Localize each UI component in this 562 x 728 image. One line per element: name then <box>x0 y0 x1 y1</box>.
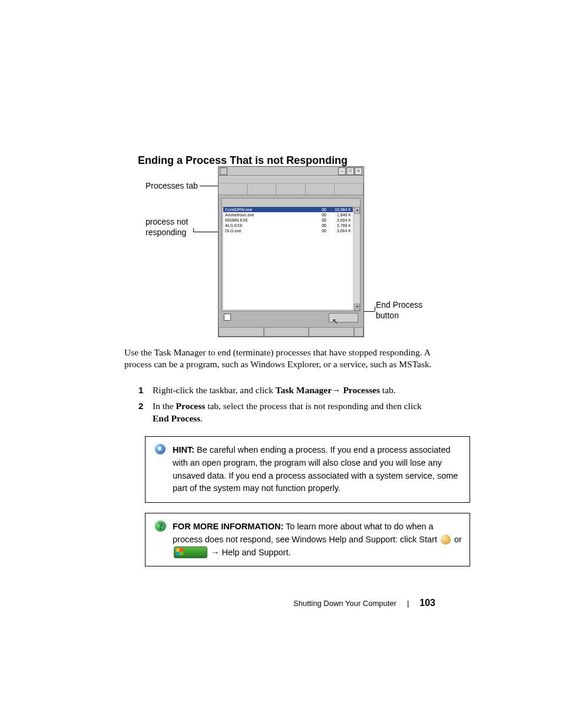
more-info-box: ? FOR MORE INFORMATION: To learn more ab… <box>145 513 470 566</box>
callout-line <box>193 228 194 232</box>
process-row[interactable]: Adobelnsvc.exe001,840 K <box>223 212 353 218</box>
text-bold: End Process <box>153 413 200 423</box>
text: tab, select the process that is not resp… <box>205 401 422 411</box>
hint-text: Be careful when ending a process. If you… <box>173 445 458 493</box>
bottom-bar <box>222 311 361 324</box>
page-footer: Shutting Down Your Computer | 103 <box>293 598 435 608</box>
column-headers <box>222 199 360 207</box>
maximize-icon[interactable]: □ <box>346 167 354 175</box>
separator: | <box>407 599 409 608</box>
arrow-icon: → <box>209 548 222 557</box>
end-process-button[interactable] <box>329 313 358 322</box>
scroll-up-icon[interactable]: ▴ <box>354 207 360 214</box>
scroll-down-icon[interactable]: ▾ <box>354 304 360 311</box>
text: In the <box>153 401 176 411</box>
process-panel: CorelDRW.exe0010,984 KAdobelnsvc.exe001,… <box>222 198 361 311</box>
app-icon <box>220 167 227 175</box>
tab[interactable] <box>219 184 247 195</box>
text: Right-click the taskbar, and click <box>153 385 276 395</box>
hint-box: HINT: Be careful when ending a process. … <box>145 436 470 503</box>
text-bold: Task Manager <box>276 385 332 395</box>
info-label: FOR MORE INFORMATION: <box>173 522 283 531</box>
start-button-icon <box>174 546 207 558</box>
callout-end-process-button: End Process button <box>376 299 422 321</box>
callout-process-not-responding: process not responding <box>146 216 188 238</box>
text: . <box>200 413 203 423</box>
status-bar <box>219 327 363 337</box>
arrow-icon: → <box>332 385 343 395</box>
text-bold: Processes <box>343 385 380 395</box>
text-bold: Process <box>176 401 206 411</box>
body-paragraph: Use the Task Manager to end (terminate) … <box>124 347 435 370</box>
process-row[interactable]: ALG.EXE003,708 K <box>223 223 353 228</box>
step-2: 2 In the Process tab, select the process… <box>138 400 435 425</box>
page-number: 103 <box>419 598 435 608</box>
tab-strip <box>219 184 363 195</box>
tab[interactable] <box>276 184 305 195</box>
window-controls: – □ × <box>338 167 362 175</box>
hint-label: HINT: <box>173 445 194 454</box>
menu-bar <box>219 176 363 183</box>
task-manager-window: – □ × CorelDRW.exe0010,984 KAdobelnsvc.e… <box>218 166 364 337</box>
process-row[interactable]: DLG.exe003,664 K <box>223 228 353 233</box>
step-number: 2 <box>138 400 153 425</box>
scrollbar[interactable]: ▴ ▾ <box>354 207 360 311</box>
page: Ending a Process That is not Responding … <box>0 0 562 728</box>
step-number: 1 <box>138 384 153 397</box>
step-list: 1 Right-click the taskbar, and click Tas… <box>138 384 435 429</box>
tab[interactable] <box>335 184 363 195</box>
text: tab. <box>380 385 396 395</box>
process-list[interactable]: CorelDRW.exe0010,984 KAdobelnsvc.exe001,… <box>223 207 353 309</box>
text: or <box>452 535 462 544</box>
tab-processes[interactable] <box>247 184 276 195</box>
info-icon: ? <box>155 521 167 532</box>
text: responding <box>146 228 186 237</box>
text: process not <box>146 217 188 226</box>
hint-icon <box>155 444 167 456</box>
title-bar: – □ × <box>219 167 363 176</box>
step-1: 1 Right-click the taskbar, and click Tas… <box>138 384 435 397</box>
tab[interactable] <box>306 184 335 195</box>
callout-line <box>375 307 375 311</box>
close-icon[interactable]: × <box>355 167 362 175</box>
start-orb-icon <box>441 535 451 545</box>
text: End Process <box>376 300 422 309</box>
show-all-users-checkbox[interactable] <box>224 314 231 321</box>
section-heading: Ending a Process That is not Responding <box>138 154 348 167</box>
minimize-icon[interactable]: – <box>338 167 346 175</box>
footer-section: Shutting Down Your Computer <box>293 599 396 608</box>
text: Help and Support. <box>222 548 291 557</box>
process-row[interactable]: CorelDRW.exe0010,984 K <box>223 207 353 212</box>
process-row[interactable]: MSIMN.EXE003,604 K <box>223 218 353 223</box>
callout-processes-tab: Processes tab <box>146 180 198 191</box>
text: button <box>376 311 399 320</box>
